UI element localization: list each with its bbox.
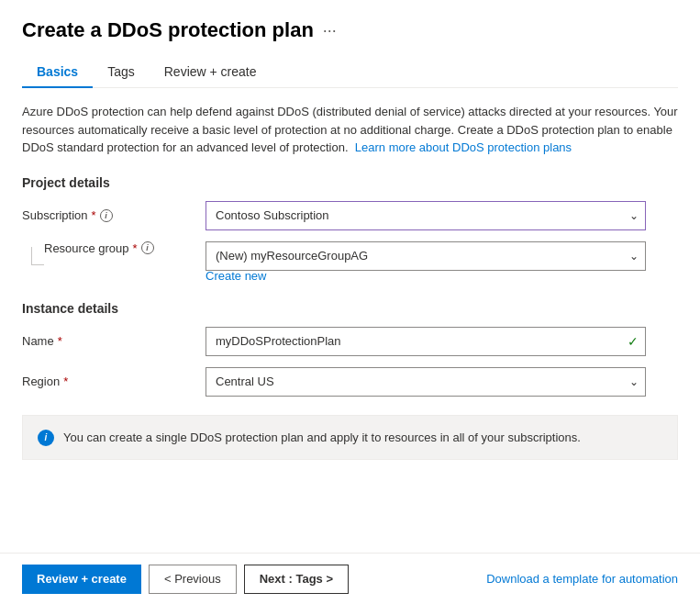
resource-group-label: Resource group * i: [44, 241, 206, 255]
description-body: Azure DDoS protection can help defend ag…: [22, 105, 678, 154]
region-required: *: [63, 375, 68, 388]
tab-basics[interactable]: Basics: [22, 57, 93, 88]
name-valid-icon: ✓: [628, 334, 639, 349]
description-text: Azure DDoS protection can help defend ag…: [22, 103, 678, 157]
resource-group-required: *: [133, 241, 138, 255]
info-box-text: You can create a single DDoS protection …: [63, 429, 581, 447]
info-box: i You can create a single DDoS protectio…: [22, 415, 678, 461]
subscription-row: Subscription * i Contoso Subscription ⌄: [22, 201, 678, 230]
name-input-wrapper: ✓: [206, 327, 646, 356]
subscription-label: Subscription * i: [22, 208, 206, 222]
instance-details-header: Instance details: [22, 301, 678, 316]
tab-tags[interactable]: Tags: [93, 57, 150, 88]
more-options-icon[interactable]: ···: [323, 21, 337, 40]
page-title-container: Create a DDoS protection plan ···: [22, 18, 678, 42]
subscription-select[interactable]: Contoso Subscription: [206, 201, 646, 230]
footer: Review + create < Previous Next : Tags >…: [0, 553, 700, 604]
subscription-required: *: [92, 208, 96, 222]
name-required: *: [58, 334, 62, 348]
review-create-button[interactable]: Review + create: [22, 565, 141, 594]
resource-group-select-wrapper: (New) myResourceGroupAG ⌄: [206, 241, 646, 271]
region-select[interactable]: Central US: [206, 367, 646, 397]
previous-button[interactable]: < Previous: [149, 565, 237, 594]
tab-bar: Basics Tags Review + create: [22, 57, 678, 88]
region-label: Region *: [22, 375, 206, 388]
name-row: Name * ✓: [22, 327, 678, 356]
download-template-link[interactable]: Download a template for automation: [486, 572, 678, 586]
resource-group-select[interactable]: (New) myResourceGroupAG: [206, 241, 646, 271]
tab-review-create[interactable]: Review + create: [150, 57, 272, 88]
name-label: Name *: [22, 334, 206, 348]
page-title: Create a DDoS protection plan: [22, 18, 314, 42]
project-details-section: Project details Subscription * i Contoso…: [22, 175, 678, 283]
name-input[interactable]: [206, 327, 646, 356]
learn-more-link[interactable]: Learn more about DDoS protection plans: [355, 140, 572, 154]
region-select-wrapper: Central US ⌄: [206, 367, 646, 397]
create-new-link[interactable]: Create new: [206, 269, 678, 283]
subscription-select-wrapper: Contoso Subscription ⌄: [206, 201, 646, 230]
project-details-header: Project details: [22, 175, 678, 190]
resource-group-info-icon[interactable]: i: [141, 241, 154, 254]
region-row: Region * Central US ⌄: [22, 367, 678, 397]
next-button[interactable]: Next : Tags >: [244, 565, 349, 594]
info-box-icon: i: [38, 430, 54, 446]
instance-details-section: Instance details Name * ✓ Region * Centr…: [22, 301, 678, 397]
subscription-info-icon[interactable]: i: [100, 209, 113, 222]
